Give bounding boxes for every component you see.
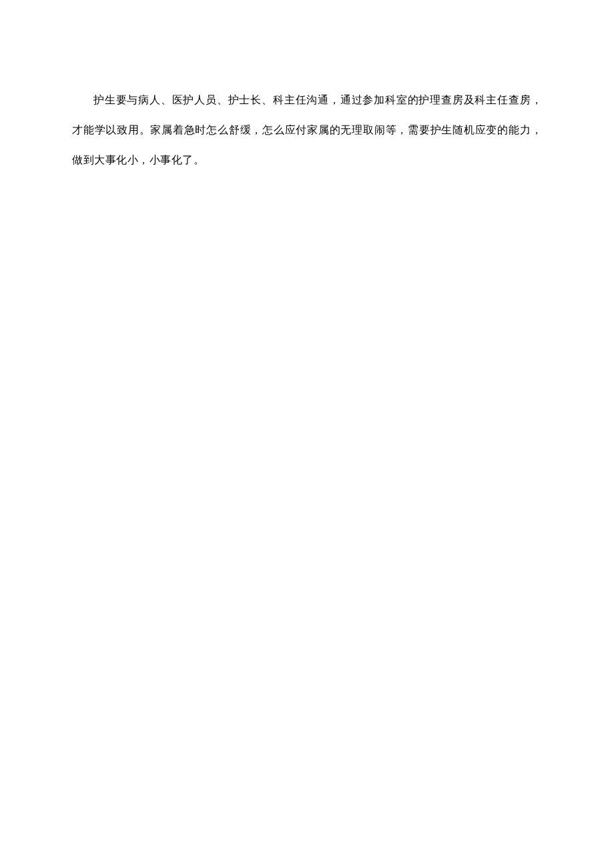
document-page: 护生要与病人、医护人员、护士长、科主任沟通，通过参加科室的护理查房及科主任查房，… [0,0,614,175]
body-paragraph: 护生要与病人、医护人员、护士长、科主任沟通，通过参加科室的护理查房及科主任查房，… [72,85,542,175]
